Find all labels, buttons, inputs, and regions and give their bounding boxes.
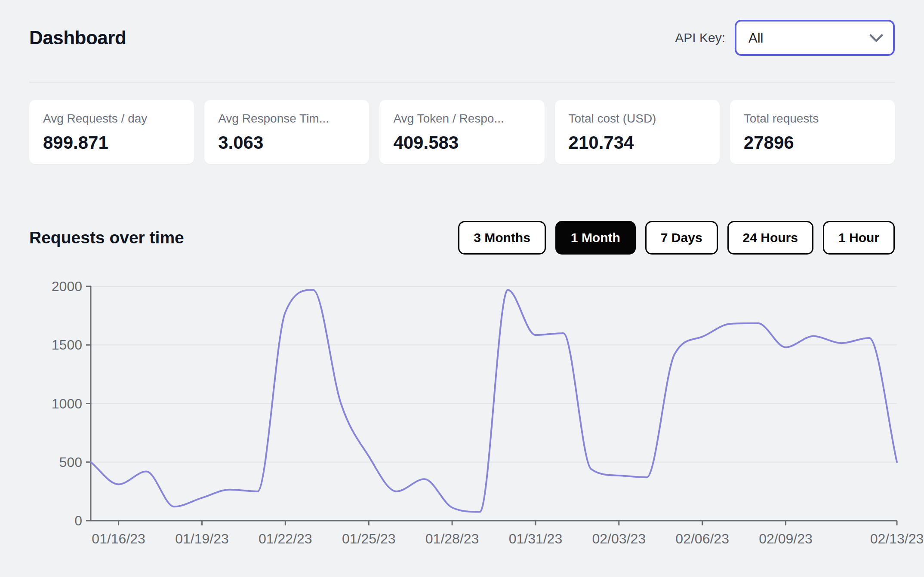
y-axis-tick-label: 2000 [52, 279, 82, 294]
api-key-select[interactable]: All [735, 20, 895, 56]
stat-card: Avg Requests / day899.871 [29, 100, 194, 164]
stat-card: Avg Token / Respo...409.583 [379, 100, 544, 164]
api-key-area: API Key: All [675, 20, 895, 56]
range-button-1-hour[interactable]: 1 Hour [823, 221, 895, 255]
x-axis-tick-label: 01/31/23 [509, 531, 563, 546]
stat-card: Total cost (USD)210.734 [555, 100, 720, 164]
x-axis-tick-label: 01/25/23 [342, 531, 396, 546]
stat-card: Avg Response Tim...3.063 [204, 100, 369, 164]
x-axis-tick-label: 01/28/23 [425, 531, 479, 546]
range-button-1-month[interactable]: 1 Month [555, 221, 636, 255]
requests-chart: 050010001500200001/16/2301/19/2301/22/23… [29, 276, 895, 562]
x-axis-tick-label: 01/22/23 [259, 531, 312, 546]
range-button-3-months[interactable]: 3 Months [458, 221, 546, 255]
stat-card-value: 210.734 [569, 132, 706, 153]
x-axis-tick-label: 02/13/23 [870, 531, 924, 546]
chart-section-header: Requests over time 3 Months1 Month7 Days… [29, 221, 895, 255]
api-key-select-wrap: All [735, 20, 895, 56]
page-title: Dashboard [29, 27, 126, 49]
stat-card-value: 409.583 [393, 132, 530, 153]
y-axis-tick-label: 1000 [52, 396, 82, 411]
range-button-24-hours[interactable]: 24 Hours [727, 221, 813, 255]
x-axis-tick-label: 02/06/23 [675, 531, 729, 546]
header-divider [29, 82, 895, 83]
stat-card-value: 899.871 [43, 132, 180, 153]
range-button-7-days[interactable]: 7 Days [645, 221, 718, 255]
y-axis-tick-label: 1500 [52, 337, 82, 353]
stat-card: Total requests27896 [730, 100, 895, 164]
line-chart: 050010001500200001/16/2301/19/2301/22/23… [29, 276, 924, 560]
x-axis-tick-label: 02/09/23 [759, 531, 813, 546]
header: Dashboard API Key: All [29, 0, 895, 56]
x-axis-tick-label: 02/03/23 [592, 531, 646, 546]
requests-line-series [91, 290, 897, 512]
x-axis-tick-label: 01/16/23 [92, 531, 145, 546]
time-range-buttons: 3 Months1 Month7 Days24 Hours1 Hour [458, 221, 895, 255]
y-axis-tick-label: 0 [74, 513, 82, 528]
api-key-label: API Key: [675, 31, 725, 45]
stat-cards: Avg Requests / day899.871Avg Response Ti… [29, 100, 895, 164]
stat-card-value: 3.063 [218, 132, 355, 153]
x-axis-tick-label: 01/19/23 [175, 531, 229, 546]
y-axis-tick-label: 500 [59, 454, 82, 470]
stat-card-label: Total requests [744, 112, 881, 126]
section-title: Requests over time [29, 228, 184, 247]
stat-card-label: Avg Response Tim... [218, 112, 355, 126]
dashboard-page: Dashboard API Key: All Avg Requests / da… [0, 0, 924, 562]
stat-card-label: Avg Requests / day [43, 112, 180, 126]
stat-card-label: Total cost (USD) [569, 112, 706, 126]
stat-card-label: Avg Token / Respo... [393, 112, 530, 126]
stat-card-value: 27896 [744, 132, 881, 153]
